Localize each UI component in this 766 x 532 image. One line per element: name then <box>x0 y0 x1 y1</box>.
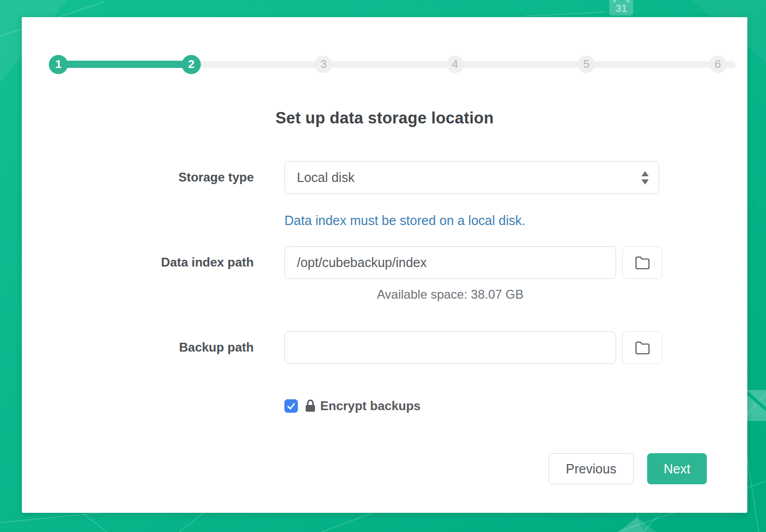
checkmark-icon <box>286 401 296 411</box>
backup-path-input[interactable] <box>284 331 616 364</box>
storage-type-label: Storage type <box>22 170 254 185</box>
step-connector <box>592 61 713 68</box>
available-space-hint: Available space: 38.07 GB <box>284 287 616 302</box>
step-connector <box>197 61 318 68</box>
next-button[interactable]: Next <box>647 453 707 484</box>
select-arrows-icon <box>640 171 650 185</box>
lock-icon <box>305 399 316 413</box>
setup-wizard-card: 1 2 3 4 5 6 Set up data storage location… <box>22 17 747 513</box>
step-1[interactable]: 1 <box>49 55 68 74</box>
wizard-actions: Previous Next <box>549 453 707 484</box>
folder-icon <box>635 255 650 271</box>
backup-path-label: Backup path <box>22 340 254 355</box>
storage-type-select[interactable]: Local disk <box>284 161 659 194</box>
step-4: 4 <box>446 55 464 73</box>
envelope-icon <box>745 390 766 421</box>
encrypt-backups-checkbox[interactable] <box>284 399 298 413</box>
calendar-icon: 31 <box>609 0 633 16</box>
step-connector <box>460 61 581 68</box>
encrypt-backups-label: Encrypt backups <box>320 399 420 413</box>
step-2[interactable]: 2 <box>182 55 201 74</box>
progress-stepper: 1 2 3 4 5 6 <box>49 55 736 74</box>
data-index-path-label: Data index path <box>22 255 254 270</box>
step-connector <box>64 61 185 68</box>
storage-note: Data index must be stored on a local dis… <box>284 212 525 229</box>
browse-index-button[interactable] <box>622 246 662 279</box>
step-5: 5 <box>578 55 595 73</box>
svg-text:31: 31 <box>615 3 627 14</box>
page-title: Set up data storage location <box>22 109 747 128</box>
folder-icon <box>635 340 650 356</box>
data-index-path-input[interactable] <box>284 246 616 279</box>
browse-backup-button[interactable] <box>622 331 662 364</box>
encrypt-backups-row: Encrypt backups <box>284 399 420 413</box>
previous-button[interactable]: Previous <box>549 453 634 484</box>
storage-type-value: Local disk <box>297 170 354 185</box>
step-connector <box>329 61 449 68</box>
step-3: 3 <box>314 55 332 73</box>
step-6: 6 <box>709 55 727 73</box>
